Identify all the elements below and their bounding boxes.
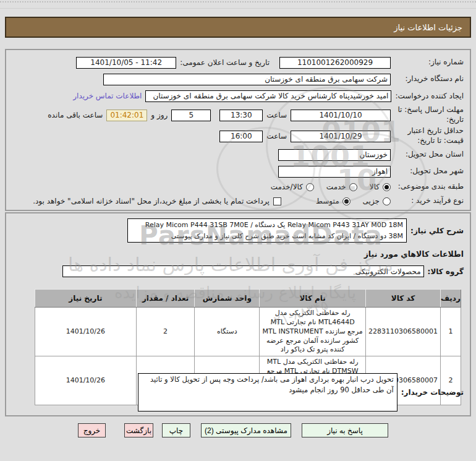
respond-to-need-button[interactable]: پاسخ به نیاز: [302, 423, 388, 437]
action-buttons-bar: پاسخ به نیاز مشاهده مدارک پیوستی (2) چاپ…: [78, 423, 388, 437]
delivery-province-input[interactable]: خوزستان: [278, 149, 391, 161]
top-divider: [0, 8, 476, 9]
classification-label: طبقه بندی موضوعی:: [394, 182, 464, 192]
delivery-province-label: استان محل تحویل:: [394, 150, 464, 160]
need-info-panel: شماره نیاز: 1101001262000929 تاریخ و ساع…: [5, 49, 471, 211]
page-title-bar: جزئیات اطلاعات نیاز: [5, 17, 471, 38]
goods-info-panel: شرح کلي نیاز: Relay Micom P443 31AY M0D …: [5, 212, 471, 416]
validity-hour-label: ساعت: [266, 132, 287, 140]
need-number-input[interactable]: 1101001262000929: [279, 57, 391, 69]
price-validity-label: حداقل تاریخ اعتبار قیمت: تا تاریخ:: [394, 126, 464, 145]
goods-group-label: گروه کالا:: [428, 267, 464, 276]
buyer-org-label: نام دستگاه خریدار:: [394, 74, 464, 84]
days-remaining-input[interactable]: 5: [171, 110, 211, 121]
radio-partial-icon[interactable]: [383, 197, 391, 205]
view-attached-docs-button[interactable]: مشاهده مدارک پیوستی (2): [201, 423, 291, 437]
delivery-city-label: شهر محل تحویل:: [394, 166, 464, 176]
radio-partial-label: جزیی: [363, 197, 380, 205]
request-creator-row: ایجاد کننده درخواست: امید خورشیدپناه کار…: [10, 89, 464, 103]
response-deadline-label: مهلت ارسال پاسخ: تا تاریخ:: [394, 105, 464, 124]
cell-count-unit: دستگاه: [195, 308, 260, 356]
response-deadline-row: مهلت ارسال پاسخ: تا تاریخ: 1401/10/10 سا…: [10, 105, 464, 126]
need-number-row: شماره نیاز: 1101001262000929 تاریخ و ساع…: [10, 56, 464, 69]
top-dotted-divider: [0, 1, 476, 2]
print-button[interactable]: چاپ: [162, 423, 190, 437]
col-goods-code: کد کالا: [366, 290, 441, 308]
table-row: 1 2283110306580001 رله حفاظتی الکتریکی م…: [35, 308, 461, 356]
goods-group-input[interactable]: محصولات الکترونیکی: [62, 265, 424, 277]
validity-date-input[interactable]: 1401/10/29: [291, 131, 391, 142]
buyer-org-input[interactable]: شرکت سهامی برق منطقه ای خوزستان: [103, 74, 391, 85]
page-title: جزئیات اطلاعات نیاز: [394, 23, 462, 32]
page: { "colors": { "header_bg": "#8a6d46", "b…: [0, 0, 476, 461]
col-goods-name: نام کالا: [260, 290, 366, 308]
goods-group-row: گروه کالا: محصولات الکترونیکی: [10, 265, 464, 277]
price-validity-row: حداقل تاریخ اعتبار قیمت: تا تاریخ: 1401/…: [10, 126, 464, 147]
process-option-medium[interactable]: متوسط: [316, 197, 351, 205]
radio-goods-label: کالا: [370, 183, 380, 191]
col-quantity: تعداد / مقدار: [136, 290, 195, 308]
need-description-box[interactable]: Relay Micom P443 31AY M0D 18M یک دستگاه …: [127, 218, 407, 243]
process-type-label: نوع فرآیند خرید :: [394, 196, 464, 206]
buyer-org-row: نام دستگاه خریدار: شرکت سهامی برق منطقه …: [10, 72, 464, 86]
buyer-notes-label: توضیحات خریدار:: [401, 388, 464, 397]
goods-info-heading: اطلاعات کالاهاي مورد نیاز: [364, 249, 464, 259]
col-need-date: تاریخ نیاز: [35, 290, 137, 308]
radio-service-label: خدمت: [326, 183, 346, 191]
col-row-number: ردیف: [441, 290, 461, 308]
radio-goods-service-label: کالا/خدمت: [271, 183, 303, 191]
classification-option-goods-service[interactable]: کالا/خدمت: [271, 183, 314, 191]
radio-medium-label: متوسط: [316, 197, 339, 205]
radio-goods-service-icon[interactable]: [306, 183, 314, 191]
countdown-timer: 01:42:01: [106, 110, 147, 121]
buyer-notes-row: توضیحات خریدار: تحویل درب انبار بهره برد…: [10, 373, 464, 411]
back-button[interactable]: بازگشت: [124, 423, 153, 437]
need-description-label: شرح کلي نیاز:: [410, 226, 464, 235]
goods-table-header-row: ردیف کد کالا نام کالا واحد شمارش تعداد /…: [35, 290, 461, 308]
need-number-label: شماره نیاز:: [394, 58, 464, 67]
buyer-notes-box[interactable]: تحویل درب انبار بهره برداری اهواز می باش…: [138, 373, 397, 411]
cell-need-date: 1401/10/26: [35, 308, 137, 356]
buyer-contact-link[interactable]: اطلاعات تماس خریدار: [73, 92, 142, 100]
radio-service-icon[interactable]: [349, 183, 357, 191]
cell-goods-name: رله حفاظتی الکتریکی مدل MTL4644D نام تجا…: [260, 308, 366, 356]
deadline-date-input[interactable]: 1401/10/10: [291, 110, 391, 121]
cell-row-number: 1: [441, 308, 461, 356]
need-description-row: شرح کلي نیاز: Relay Micom P443 31AY M0D …: [10, 218, 464, 243]
classification-row: طبقه بندی موضوعی: کالا خدمت کالا/خدمت: [10, 180, 464, 194]
exit-button[interactable]: خروج: [78, 423, 106, 437]
delivery-city-input[interactable]: اهواز: [278, 166, 391, 178]
request-creator-label: ایجاد کننده درخواست:: [395, 92, 464, 100]
delivery-city-row: شهر محل تحویل: اهواز: [10, 165, 464, 178]
hours-remaining-label: ساعت باقی مانده: [48, 111, 103, 119]
process-type-row: نوع فرآیند خرید : جزیی متوسط پرداخت تمام…: [10, 194, 464, 208]
treasury-checkbox-label: پرداخت تمام یا بخشی از مبلغ خرید،از محل …: [33, 197, 270, 205]
radio-goods-icon[interactable]: [383, 183, 391, 191]
deadline-time-input[interactable]: 13:30: [219, 110, 263, 121]
treasury-checkbox[interactable]: [273, 197, 281, 205]
delivery-province-row: استان محل تحویل: خوزستان: [10, 148, 464, 162]
request-creator-input[interactable]: امید خورشیدپناه کارشناس خرید کالا شرکت س…: [145, 90, 391, 102]
process-option-partial[interactable]: جزیی: [363, 197, 391, 205]
classification-option-goods[interactable]: کالا: [370, 183, 391, 191]
announce-datetime-label: تاریخ و ساعت اعلان عمومی:: [180, 58, 270, 67]
validity-time-input[interactable]: 16:00: [219, 131, 263, 142]
col-count-unit: واحد شمارش: [195, 290, 260, 308]
deadline-hour-label: ساعت: [266, 111, 287, 119]
cell-goods-code: 2283110306580001: [366, 308, 441, 356]
announce-datetime-input[interactable]: 1401/10/05 - 11:42: [76, 57, 176, 69]
cell-quantity: 2: [136, 308, 195, 356]
classification-option-service[interactable]: خدمت: [326, 183, 357, 191]
radio-medium-icon[interactable]: [342, 197, 351, 205]
days-and-label: روز و: [151, 111, 168, 119]
